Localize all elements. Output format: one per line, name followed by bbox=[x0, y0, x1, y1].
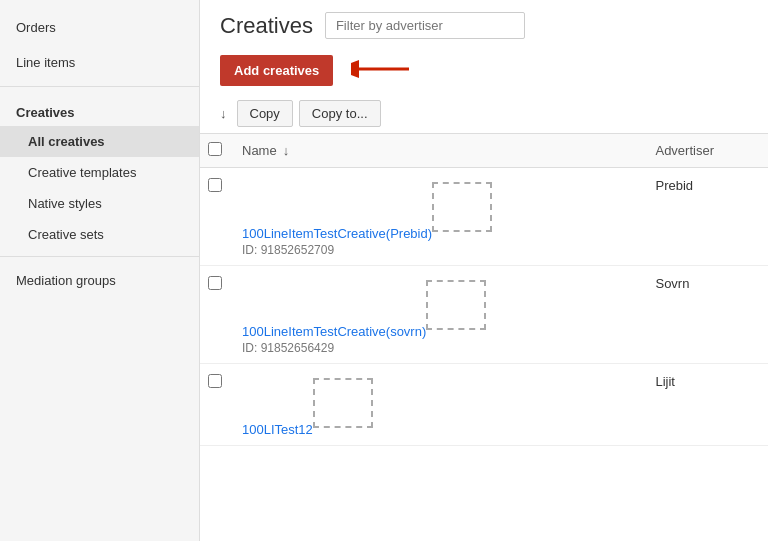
main-content: Creatives Add creatives ↓ Copy Copy t bbox=[200, 0, 768, 541]
toolbar: Add creatives bbox=[200, 47, 768, 94]
sidebar-section-creatives: Creatives bbox=[0, 93, 199, 126]
creative-preview bbox=[432, 182, 492, 232]
row-advertiser-cell: Lijit bbox=[643, 364, 768, 446]
row-checkbox[interactable] bbox=[208, 374, 222, 388]
copy-to-button[interactable]: Copy to... bbox=[299, 100, 381, 127]
sidebar-divider-2 bbox=[0, 256, 199, 257]
row-name-cell: 100LineItemTestCreative(sovrn)ID: 918526… bbox=[230, 266, 643, 364]
row-name-cell: 100LineItemTestCreative(Prebid)ID: 91852… bbox=[230, 168, 643, 266]
row-checkbox[interactable] bbox=[208, 178, 222, 192]
sidebar-item-lineitems[interactable]: Line items bbox=[0, 45, 199, 80]
filter-input[interactable] bbox=[325, 12, 525, 39]
action-bar: ↓ Copy Copy to... bbox=[200, 94, 768, 134]
sidebar: Orders Line items Creatives All creative… bbox=[0, 0, 200, 541]
creatives-table-container: Name ↓ Advertiser 100LineItemTestCreativ… bbox=[200, 134, 768, 541]
table-row: 100LineItemTestCreative(Prebid)ID: 91852… bbox=[200, 168, 768, 266]
row-checkbox-cell bbox=[200, 364, 230, 446]
creatives-table: Name ↓ Advertiser 100LineItemTestCreativ… bbox=[200, 134, 768, 446]
sort-icon[interactable]: ↓ bbox=[220, 106, 227, 121]
row-advertiser-cell: Sovrn bbox=[643, 266, 768, 364]
select-all-checkbox[interactable] bbox=[208, 142, 222, 156]
th-name: Name ↓ bbox=[230, 134, 643, 168]
table-header-row: Name ↓ Advertiser bbox=[200, 134, 768, 168]
creative-preview bbox=[313, 378, 373, 428]
sidebar-item-mediation-groups[interactable]: Mediation groups bbox=[0, 263, 199, 298]
creative-name-link[interactable]: 100LineItemTestCreative(Prebid) bbox=[242, 226, 432, 241]
add-creatives-button[interactable]: Add creatives bbox=[220, 55, 333, 86]
name-sort-icon[interactable]: ↓ bbox=[283, 143, 290, 158]
copy-button[interactable]: Copy bbox=[237, 100, 293, 127]
sidebar-item-creative-sets[interactable]: Creative sets bbox=[0, 219, 199, 250]
sidebar-divider bbox=[0, 86, 199, 87]
sidebar-item-all-creatives[interactable]: All creatives bbox=[0, 126, 199, 157]
row-advertiser-cell: Prebid bbox=[643, 168, 768, 266]
row-checkbox-cell bbox=[200, 168, 230, 266]
sidebar-item-native-styles[interactable]: Native styles bbox=[0, 188, 199, 219]
sidebar-item-orders[interactable]: Orders bbox=[0, 10, 199, 45]
page-title: Creatives bbox=[220, 13, 313, 39]
table-row: 100LITest12Lijit bbox=[200, 364, 768, 446]
creative-preview bbox=[426, 280, 486, 330]
sidebar-item-creative-templates[interactable]: Creative templates bbox=[0, 157, 199, 188]
table-body: 100LineItemTestCreative(Prebid)ID: 91852… bbox=[200, 168, 768, 446]
row-name-cell: 100LITest12 bbox=[230, 364, 643, 446]
row-checkbox[interactable] bbox=[208, 276, 222, 290]
th-checkbox bbox=[200, 134, 230, 168]
sidebar-item-label: Mediation groups bbox=[16, 273, 116, 288]
table-row: 100LineItemTestCreative(sovrn)ID: 918526… bbox=[200, 266, 768, 364]
sidebar-item-label: Line items bbox=[16, 55, 75, 70]
creative-id: ID: 91852656429 bbox=[242, 341, 631, 355]
sidebar-sub-item-label: Creative sets bbox=[28, 227, 104, 242]
red-arrow-indicator bbox=[351, 58, 411, 83]
sidebar-item-label: Orders bbox=[16, 20, 56, 35]
main-header: Creatives bbox=[200, 0, 768, 47]
sidebar-sub-item-label: Creative templates bbox=[28, 165, 136, 180]
creative-name-link[interactable]: 100LineItemTestCreative(sovrn) bbox=[242, 324, 426, 339]
sidebar-sub-item-label: All creatives bbox=[28, 134, 105, 149]
creative-id: ID: 91852652709 bbox=[242, 243, 631, 257]
sidebar-sub-item-label: Native styles bbox=[28, 196, 102, 211]
th-advertiser: Advertiser bbox=[643, 134, 768, 168]
row-checkbox-cell bbox=[200, 266, 230, 364]
creative-name-link[interactable]: 100LITest12 bbox=[242, 422, 313, 437]
